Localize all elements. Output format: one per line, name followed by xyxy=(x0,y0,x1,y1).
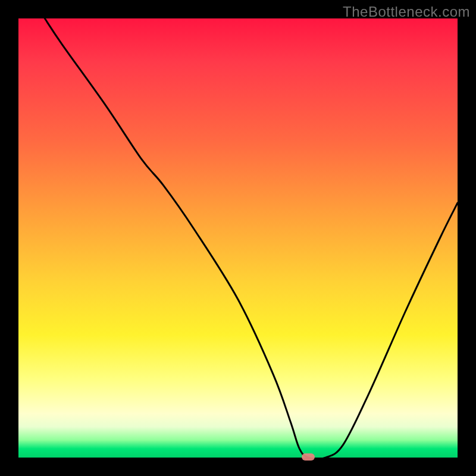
watermark-text: TheBottleneck.com xyxy=(343,4,470,20)
outer-frame: TheBottleneck.com xyxy=(0,0,476,476)
bottleneck-curve xyxy=(18,18,458,458)
minimum-marker xyxy=(302,453,315,461)
plot-area xyxy=(18,18,458,458)
